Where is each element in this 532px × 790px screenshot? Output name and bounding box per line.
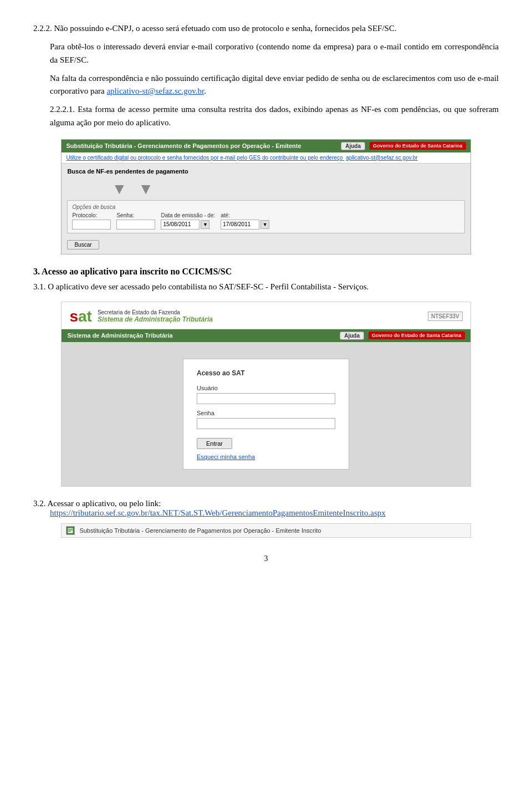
paragraph-2221: 2.2.2.1. Esta forma de acesso permite um… <box>50 103 499 129</box>
ss2-header-bar: Sistema de Administração Tributária Ajud… <box>62 329 470 342</box>
ss2-senha-input[interactable] <box>197 418 335 429</box>
ss2-help-button[interactable]: Ajuda <box>340 332 364 340</box>
paragraph-na-falta: Na falta da correspondência e não possui… <box>50 72 499 98</box>
ss2-usuario-label: Usuário <box>197 385 335 391</box>
svg-rect-2 <box>68 530 73 531</box>
ss1-header-title: Substituição Tributária - Gerenciamento … <box>66 142 301 149</box>
screenshot-substituicao: Substituição Tributária - Gerenciamento … <box>61 139 470 254</box>
ss1-date-ate-wrap: ▼ <box>221 220 269 230</box>
section3-1-title: 3.1. O aplicativo deve ser acessado pelo… <box>33 282 499 292</box>
ss2-entrar-button[interactable]: Entrar <box>197 438 232 449</box>
ss2-usuario-input[interactable] <box>197 393 335 404</box>
section3-2-link[interactable]: https://tributario.sef.sc.gov.br/tax.NET… <box>50 508 386 517</box>
svg-rect-1 <box>68 529 73 529</box>
ss2-logo-area: sat Secretaria de Estado da Fazenda Sist… <box>69 308 213 325</box>
paragraph-222: 2.2.2. Não possuindo e-CNPJ, o acesso se… <box>33 22 499 35</box>
ss1-date-ate-input[interactable] <box>221 220 259 230</box>
ss1-subheader: Utilize o certificado digital ou protoco… <box>62 152 470 164</box>
email-link-1[interactable]: aplicativo-st@sefaz.sc.gov.br <box>106 86 204 95</box>
ss1-gov-logo: Governo do Estado de Santa Catarina <box>370 142 466 150</box>
section3-title: 3. Acesso ao aplicativo para inscrito no… <box>33 267 499 277</box>
ss1-header-bar: Substituição Tributária - Gerenciamento … <box>62 140 470 152</box>
ss2-forgot-link[interactable]: Esqueci minha senha <box>197 453 255 460</box>
ss1-subheader-link[interactable]: aplicativo-st@sefaz.sc.gov.br <box>346 155 417 161</box>
ss1-senha-field: Senha: <box>116 212 155 230</box>
ss1-data-de-field: Data de emissão - de: ▼ <box>161 212 215 230</box>
ss2-ntsef-badge: NTSEF33V <box>428 312 463 321</box>
ss2-login-title: Acesso ao SAT <box>197 369 335 377</box>
ss1-buscar-btn[interactable]: Buscar <box>67 240 99 249</box>
ss2-login-box: Acesso ao SAT Usuário Senha Entrar Esque… <box>183 359 349 470</box>
ss2-senha-label: Senha <box>197 410 335 416</box>
ss2-gov-logo: Governo do Estado de Santa Catarina <box>369 332 465 339</box>
ss1-header-right: Ajuda Governo do Estado de Santa Catarin… <box>341 142 466 150</box>
screenshot-browser-bar: Substituição Tributária - Gerenciamento … <box>61 523 470 538</box>
ss1-ate-label: até: <box>221 212 269 218</box>
ss1-senha-label: Senha: <box>116 212 155 218</box>
ss2-sat-logo-text: Secretaria de Estado da Fazenda Sistema … <box>98 309 213 323</box>
ss2-header-title: Sistema de Administração Tributária <box>67 332 172 339</box>
ss3-text: Substituição Tributária - Gerenciamento … <box>79 527 321 534</box>
ss1-senha-input[interactable] <box>116 220 155 230</box>
ss1-date-de-wrap: ▼ <box>161 220 215 230</box>
ss2-header-right: Ajuda Governo do Estado de Santa Catarin… <box>340 332 464 340</box>
ss1-data-de-label: Data de emissão - de: <box>161 212 215 218</box>
screenshot-sat: sat Secretaria de Estado da Fazenda Sist… <box>61 302 470 487</box>
ss2-logo-line2: Sistema de Administração Tributária <box>98 315 213 323</box>
ss1-options-box: Opções de busca Protocolo: Senha: Data d… <box>67 200 464 233</box>
arrow-down-2: ▼ <box>138 180 154 198</box>
ss2-top-area: sat Secretaria de Estado da Fazenda Sist… <box>62 302 470 329</box>
section3-2-title: 3.2. Acessar o aplicativo, ou pelo link:… <box>33 499 499 518</box>
ss1-calendar-de-button[interactable]: ▼ <box>201 220 209 229</box>
arrow-down-1: ▼ <box>111 180 127 198</box>
ss2-sat-logo-icon: sat <box>69 308 91 325</box>
ss1-body: Busca de NF-es pendentes de pagamento ▼ … <box>62 164 470 254</box>
page-number: 3 <box>33 554 499 563</box>
ss1-section-title: Busca de NF-es pendentes de pagamento <box>67 168 464 175</box>
ss1-protocolo-field: Protocolo: <box>72 212 111 230</box>
ss1-date-de-input[interactable] <box>161 220 200 230</box>
ss1-arrows: ▼ ▼ <box>67 178 464 200</box>
ss1-calendar-ate-button[interactable]: ▼ <box>260 220 269 229</box>
ss1-help-button[interactable]: Ajuda <box>341 142 365 150</box>
ss2-usuario-field: Usuário <box>197 385 335 404</box>
ss1-ate-field: até: ▼ <box>221 212 269 230</box>
paragraph-para-obte-los: Para obtê-los o interessado deverá envia… <box>50 40 499 67</box>
ss1-protocolo-input[interactable] <box>72 220 111 230</box>
svg-rect-3 <box>68 531 71 532</box>
ss2-senha-field: Senha <box>197 410 335 429</box>
ss2-logo-line1: Secretaria de Estado da Fazenda <box>98 309 213 315</box>
ss3-page-icon <box>66 526 75 535</box>
ss2-body: Acesso ao SAT Usuário Senha Entrar Esque… <box>62 342 470 486</box>
ss1-opcoes-label: Opções de busca <box>72 204 459 210</box>
ss1-protocolo-label: Protocolo: <box>72 212 111 218</box>
ss1-fields: Protocolo: Senha: Data de emissão - de: … <box>72 212 459 230</box>
